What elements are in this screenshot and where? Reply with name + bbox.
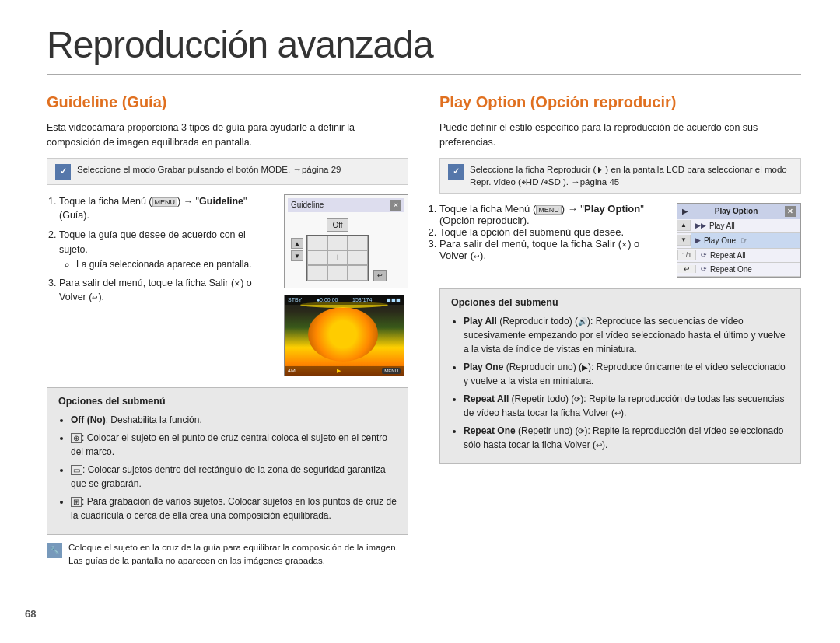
camera-preview-image: STBY●0:00:00153/174◼◼◼ 4M▶ MENU xyxy=(284,295,404,376)
left-submenu-title: Opciones del submenú xyxy=(58,396,397,407)
right-column: Play Option (Opción reproducir) Puede de… xyxy=(439,93,801,568)
guideline-images: Guideline ✕ ▲ ▼ Off xyxy=(284,194,408,376)
note-icon-1: ✓ xyxy=(55,164,71,180)
grid-cell-5: + xyxy=(327,250,348,265)
right-submenu-list: Play All (Reproducir todo) (🔊): Reproduc… xyxy=(451,314,789,452)
guideline-nav-down[interactable]: ▼ xyxy=(291,250,303,261)
right-steps-text: Toque la ficha Menú (MENU) → "Play Optio… xyxy=(439,203,669,278)
guideline-header: Guideline ✕ xyxy=(288,198,404,212)
right-steps-list: Toque la ficha Menú (MENU) → "Play Optio… xyxy=(439,203,669,261)
play-option-panel: ▶ Play Option ✕ ▲ ▶▶ Play All xyxy=(677,203,801,278)
grid-cell-2 xyxy=(327,236,348,250)
right-intro: Puede definir el estilo específico para … xyxy=(439,121,801,150)
play-all-icon: ▶▶ xyxy=(695,222,706,229)
nav-down-btn[interactable]: ▼ xyxy=(677,235,690,246)
play-option-header-icon: ▶ xyxy=(682,208,688,215)
bottom-note-box: 🔧 Coloque el sujeto en la cruz de la guí… xyxy=(47,541,408,568)
left-step-3: Para salir del menú, toque la ficha Sali… xyxy=(59,276,275,306)
left-intro: Esta videocámara proporciona 3 tipos de … xyxy=(47,121,408,150)
repeat-one-text: Repeat One xyxy=(710,265,752,274)
left-submenu-list: Off (No): Deshabilita la función. ⊕: Col… xyxy=(58,413,397,522)
grid-cell-4 xyxy=(307,250,327,265)
repeat-all-text: Repeat All xyxy=(710,251,746,260)
repeat-all-label[interactable]: ⟳ Repeat All xyxy=(696,249,800,262)
left-step-2: Toque la guía que desee de acuerdo con e… xyxy=(59,228,275,271)
right-submenu-item-3: Repeat All (Repetir todo) (⟳): Repite la… xyxy=(464,392,789,420)
right-step-1: Toque la ficha Menú (MENU) → "Play Optio… xyxy=(439,203,669,226)
repeat-one-icon: ⟳ xyxy=(701,265,707,273)
left-section-title: Guideline (Guía) xyxy=(47,93,408,111)
right-step-3: Para salir del menú, toque la ficha Sali… xyxy=(439,238,669,261)
left-column: Guideline (Guía) Esta videocámara propor… xyxy=(47,93,408,568)
right-step-2: Toque la opción del submenú que desee. xyxy=(439,226,669,238)
left-note-text: Seleccione el modo Grabar pulsando el bo… xyxy=(77,163,341,176)
camera-overlay: STBY●0:00:00153/174◼◼◼ 4M▶ MENU xyxy=(285,295,404,376)
play-all-label[interactable]: ▶▶ Play All xyxy=(691,219,800,232)
right-note-text: Seleccione la ficha Reproducir (⏵) en la… xyxy=(470,163,793,188)
grid-cell-6 xyxy=(348,250,368,265)
guideline-nav: ▲ ▼ xyxy=(291,238,303,261)
right-note-box: ✓ Seleccione la ficha Reproducir (⏵) en … xyxy=(439,158,801,194)
page-title: Reproducción avanzada xyxy=(47,23,801,75)
guideline-body: ▲ ▼ Off + xyxy=(288,215,404,285)
guideline-close-btn[interactable]: ✕ xyxy=(390,200,401,211)
repeat-all-row: 1/1 ⟳ Repeat All xyxy=(677,249,800,263)
right-section-title: Play Option (Opción reproducir) xyxy=(439,93,801,111)
play-one-text: Play One xyxy=(704,236,736,245)
left-step-2-bullet: La guía seleccionada aparece en pantalla… xyxy=(76,257,275,271)
repeat-all-icon: ⟳ xyxy=(701,251,707,259)
play-all-row: ▲ ▶▶ Play All xyxy=(677,219,800,233)
nav-up-btn[interactable]: ▲ xyxy=(677,220,690,231)
page-number: 68 xyxy=(25,608,36,620)
left-submenu-item-3: ▭: Colocar sujetos dentro del rectángulo… xyxy=(71,463,397,491)
left-steps-list: Toque la ficha Menú (MENU) → "Guideline"… xyxy=(47,194,275,306)
play-one-label[interactable]: ▶ Play One ☞ xyxy=(691,233,800,248)
grid-cell-3 xyxy=(348,236,368,250)
play-one-icon: ▶ xyxy=(695,236,701,244)
repeat-one-row: ↩ ⟳ Repeat One xyxy=(677,263,800,277)
guideline-back-btn[interactable]: ↩ xyxy=(373,270,387,281)
grid-cell-9 xyxy=(348,265,368,280)
left-submenu-item-1: Off (No): Deshabilita la función. xyxy=(71,413,397,427)
play-all-text: Play All xyxy=(709,222,735,230)
guideline-title: Guideline xyxy=(291,201,324,209)
guideline-ui-panel: Guideline ✕ ▲ ▼ Off xyxy=(284,194,408,288)
repeat-one-label[interactable]: ⟳ Repeat One xyxy=(696,263,800,276)
repeat-one-back[interactable]: ↩ xyxy=(677,265,696,273)
camera-bottom-bar: 4M▶ MENU xyxy=(285,366,404,376)
left-submenu-box: Opciones del submenú Off (No): Deshabili… xyxy=(47,387,408,535)
guideline-grid: + xyxy=(306,235,369,281)
bottom-note-1: Coloque el sujeto en la cruz de la guía … xyxy=(68,541,398,554)
right-submenu-title: Opciones del submenú xyxy=(451,297,789,308)
grid-cell-8 xyxy=(327,265,348,280)
right-submenu-item-1: Play All (Reproducir todo) (🔊): Reproduc… xyxy=(464,314,789,356)
left-submenu-item-2: ⊕: Colocar el sujeto en el punto de cruz… xyxy=(71,431,397,459)
grid-cell-7 xyxy=(307,265,327,280)
bottom-note-icon: 🔧 xyxy=(47,543,62,558)
left-steps-area: Toque la ficha Menú (MENU) → "Guideline"… xyxy=(47,194,408,376)
right-submenu-item-2: Play One (Reproducir uno) (▶): Reproduce… xyxy=(464,360,789,388)
guideline-option: Off xyxy=(327,218,348,232)
left-steps-text: Toque la ficha Menú (MENU) → "Guideline"… xyxy=(47,194,275,376)
camera-top-bar: STBY●0:00:00153/174◼◼◼ xyxy=(285,295,404,305)
right-submenu-item-4: Repeat One (Repetir uno) (⟳): Repite la … xyxy=(464,424,789,452)
note-icon-2: ✓ xyxy=(448,164,464,180)
left-note-box: ✓ Seleccione el modo Grabar pulsando el … xyxy=(47,158,408,185)
left-step-1: Toque la ficha Menú (MENU) → "Guideline"… xyxy=(59,194,275,224)
right-submenu-box: Opciones del submenú Play All (Reproduci… xyxy=(439,288,801,464)
page-indicator: 1/1 xyxy=(677,250,696,260)
hand-pointer-icon: ☞ xyxy=(740,236,748,246)
bottom-note-2: Las guías de la pantalla no aparecen en … xyxy=(68,554,398,568)
play-option-nav-2: ▼ xyxy=(677,235,691,246)
left-submenu-item-4: ⊞: Para grabación de varios sujetos. Col… xyxy=(71,494,397,522)
guideline-nav-up[interactable]: ▲ xyxy=(291,238,303,249)
play-option-close-btn[interactable]: ✕ xyxy=(785,206,796,217)
right-steps-area: Toque la ficha Menú (MENU) → "Play Optio… xyxy=(439,203,801,278)
grid-cell-1 xyxy=(307,236,327,250)
play-option-nav-1: ▲ xyxy=(677,220,691,231)
bottom-note-text: Coloque el sujeto en la cruz de la guía … xyxy=(68,541,398,568)
play-option-header: ▶ Play Option ✕ xyxy=(677,204,800,219)
camera-menu-btn: MENU xyxy=(382,368,401,374)
play-one-row: ▼ ▶ Play One ☞ xyxy=(677,233,800,249)
play-option-title: Play Option xyxy=(715,207,758,215)
